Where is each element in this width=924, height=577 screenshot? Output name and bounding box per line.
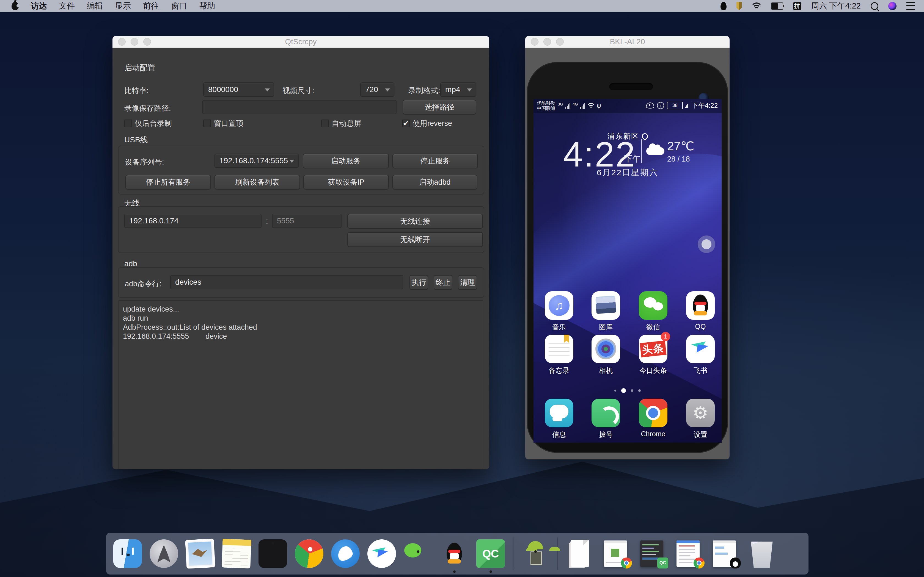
assistive-touch-ball[interactable] [698,235,715,253]
dock-notes-icon[interactable] [222,539,251,569]
music-app-icon[interactable] [545,291,573,320]
settings-app-icon[interactable] [686,399,715,427]
wechat-app-icon[interactable] [639,291,667,320]
search-icon[interactable] [871,2,878,10]
checkbox-background-record[interactable]: 仅后台录制 [124,118,172,128]
checkbox-box-checked[interactable]: ✔ [402,119,410,127]
wireless-ip-input[interactable]: 192.168.0.174 [124,214,262,228]
dock-minimized-qq-window[interactable] [711,539,740,568]
dock-finder-icon[interactable] [113,539,142,568]
qq-statusbar-icon[interactable] [720,2,727,10]
wifi-icon[interactable] [752,2,761,10]
dock-minimized-document[interactable] [566,539,594,568]
checkbox-box[interactable] [203,119,211,127]
dock-wechat-icon[interactable] [404,539,432,568]
app-music[interactable]: 音乐 [536,291,582,332]
checkbox-auto-screen-off[interactable]: 自动息屏 [321,118,361,128]
app-settings[interactable]: 设置 [678,399,722,439]
app-dialer[interactable]: 拨号 [583,399,628,439]
apple-menu-icon[interactable] [11,2,19,10]
dock-minimized-qtcreator-window[interactable]: QC [638,539,667,568]
shield-statusbar-icon[interactable] [737,2,742,10]
wireless-connect-button[interactable]: 无线连接 [347,214,483,229]
dock-minimized-webpage-window[interactable] [675,539,703,568]
dialer-app-icon[interactable] [591,399,620,427]
messages-app-icon[interactable] [545,399,573,427]
dock-qq-icon[interactable] [440,539,468,568]
phone-titlebar[interactable]: BKL-AL20 [525,36,730,48]
siri-icon[interactable] [888,2,897,10]
dock-minimized-chrome-window[interactable] [602,539,631,568]
menu-view[interactable]: 显示 [115,0,131,11]
toutiao-app-icon[interactable]: 1 [639,335,667,363]
refresh-device-list-button[interactable]: 刷新设备列表 [215,175,300,190]
adb-kill-button[interactable]: 终止 [434,275,452,290]
app-camera[interactable]: 相机 [583,335,628,375]
notification-center-icon[interactable] [906,2,915,10]
checkbox-box[interactable] [124,119,132,127]
app-chrome[interactable]: Chrome [630,399,676,438]
bitrate-combo[interactable]: 8000000 [203,82,274,97]
adb-clear-button[interactable]: 清理 [458,275,477,290]
home-page-dots[interactable] [533,388,722,393]
dock-qtcreator-icon[interactable]: QC [476,539,505,568]
get-device-ip-button[interactable]: 获取设备IP [303,175,389,190]
choose-path-button[interactable]: 选择路径 [402,100,476,114]
qq-app-icon[interactable] [686,291,715,320]
dock-chrome-icon[interactable] [295,539,323,568]
battery-icon[interactable] [771,2,783,10]
widget-date[interactable]: 6月22日星期六 [533,167,722,178]
app-gallery[interactable]: 图库 [583,291,628,332]
menu-edit[interactable]: 编辑 [87,0,103,11]
adb-log-output[interactable]: update devices... adb run AdbProcess::ou… [118,300,483,469]
gallery-app-icon[interactable] [591,291,620,320]
memo-app-icon[interactable] [545,335,573,363]
checkbox-window-topmost[interactable]: 窗口置顶 [203,118,243,128]
menubar-clock[interactable]: 周六 下午4:22 [811,0,861,11]
qtscrcpy-window: QtScrcpy 启动配置 比特率: 8000000 视频尺寸: 720 录制格… [113,36,489,469]
phone-screen[interactable]: 优酷移动中国联通 3G 4G ψ 38 下午4:22 浦东新区 4:22 [533,99,722,443]
net-4g-label: 4G [573,102,578,106]
camera-app-icon[interactable] [591,335,620,363]
app-feishu[interactable]: 飞书 [678,335,722,375]
dock-terminal-icon[interactable] [258,539,287,568]
start-service-button[interactable]: 启动服务 [303,153,389,168]
record-path-input[interactable] [202,100,397,114]
app-notes[interactable]: 备忘录 [536,335,582,375]
menu-finder[interactable]: 访达 [31,0,47,11]
dock-trash-icon[interactable] [748,539,776,568]
app-messages[interactable]: 信息 [536,399,582,439]
wifi-icon [587,103,594,108]
dock-launchpad-icon[interactable] [150,539,178,568]
adb-command-input[interactable]: devices [170,275,403,289]
clock-widget-ampm: 下午 [624,153,641,164]
start-adbd-button[interactable]: 启动adbd [393,175,477,190]
widget-divider [641,139,642,163]
dock-android-scrcpy-icon[interactable] [521,539,550,568]
menu-window[interactable]: 窗口 [171,0,187,11]
app-qq[interactable]: QQ [678,291,722,330]
feishu-app-icon[interactable] [686,335,715,363]
video-size-combo[interactable]: 720 [360,82,394,97]
dock-blue-app-icon[interactable] [331,539,360,568]
record-format-combo[interactable]: mp4 [440,82,476,97]
adb-run-button[interactable]: 执行 [409,275,428,290]
stop-all-services-button[interactable]: 停止所有服务 [125,175,211,190]
menu-go[interactable]: 前往 [143,0,159,11]
qtscrcpy-titlebar[interactable]: QtScrcpy [113,36,489,48]
checkbox-box[interactable] [321,119,329,127]
input-method-icon[interactable]: 拼 [793,2,801,10]
app-toutiao[interactable]: 1 今日头条 [630,335,676,375]
wireless-disconnect-button[interactable]: 无线断开 [347,232,483,247]
dock-mail-icon[interactable] [185,538,215,569]
menu-help[interactable]: 帮助 [199,0,215,11]
serial-combo[interactable]: 192.168.0.174:5555 [215,153,299,168]
weather-temp[interactable]: 27℃ [667,139,694,153]
app-wechat[interactable]: 微信 [630,291,676,332]
menu-file[interactable]: 文件 [59,0,75,11]
wireless-port-input[interactable]: 5555 [272,214,342,228]
checkbox-use-reverse[interactable]: ✔使用reverse [402,118,452,128]
stop-service-button[interactable]: 停止服务 [393,153,478,168]
dock-paper-plane-app-icon[interactable] [367,539,396,568]
chrome-app-icon[interactable] [639,399,667,427]
